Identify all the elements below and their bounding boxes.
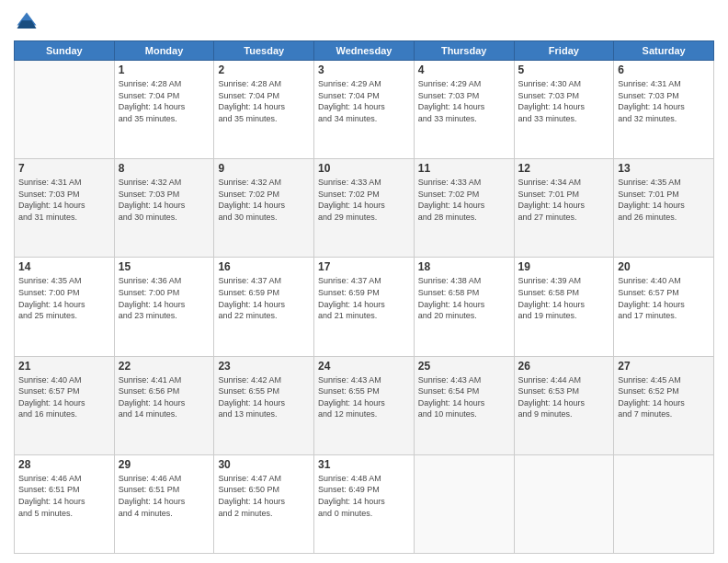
calendar-cell — [514, 454, 614, 553]
calendar-cell: 5Sunrise: 4:30 AMSunset: 7:03 PMDaylight… — [514, 61, 614, 159]
calendar-cell — [614, 454, 714, 553]
day-info: Sunrise: 4:40 AMSunset: 6:57 PMDaylight:… — [618, 275, 710, 321]
calendar-cell: 26Sunrise: 4:44 AMSunset: 6:53 PMDayligh… — [514, 356, 614, 454]
day-number: 15 — [119, 260, 210, 273]
day-number: 31 — [318, 458, 410, 471]
calendar-cell: 23Sunrise: 4:42 AMSunset: 6:55 PMDayligh… — [214, 356, 314, 454]
calendar-cell: 2Sunrise: 4:28 AMSunset: 7:04 PMDaylight… — [214, 61, 314, 159]
calendar-cell: 10Sunrise: 4:33 AMSunset: 7:02 PMDayligh… — [314, 159, 415, 258]
day-number: 19 — [518, 260, 610, 273]
day-info: Sunrise: 4:35 AMSunset: 7:01 PMDaylight:… — [618, 177, 710, 223]
day-info: Sunrise: 4:37 AMSunset: 6:59 PMDaylight:… — [218, 275, 310, 321]
calendar-cell: 15Sunrise: 4:36 AMSunset: 7:00 PMDayligh… — [114, 258, 214, 356]
day-info: Sunrise: 4:46 AMSunset: 6:51 PMDaylight:… — [119, 473, 210, 519]
day-header-saturday: Saturday — [614, 41, 714, 61]
day-info: Sunrise: 4:28 AMSunset: 7:04 PMDaylight:… — [218, 78, 310, 124]
logo-icon — [14, 9, 40, 35]
calendar-cell: 31Sunrise: 4:48 AMSunset: 6:49 PMDayligh… — [314, 454, 415, 553]
day-info: Sunrise: 4:31 AMSunset: 7:03 PMDaylight:… — [18, 177, 110, 223]
calendar-cell: 14Sunrise: 4:35 AMSunset: 7:00 PMDayligh… — [15, 258, 115, 356]
day-header-tuesday: Tuesday — [214, 41, 314, 61]
day-info: Sunrise: 4:43 AMSunset: 6:55 PMDaylight:… — [318, 374, 410, 420]
day-number: 20 — [618, 260, 710, 273]
day-number: 26 — [518, 360, 610, 373]
day-number: 16 — [218, 260, 310, 273]
calendar-cell — [15, 61, 115, 159]
day-number: 24 — [318, 360, 410, 373]
day-number: 22 — [119, 360, 210, 373]
calendar-cell: 29Sunrise: 4:46 AMSunset: 6:51 PMDayligh… — [114, 454, 214, 553]
day-info: Sunrise: 4:33 AMSunset: 7:02 PMDaylight:… — [418, 177, 510, 223]
calendar-cell: 21Sunrise: 4:40 AMSunset: 6:57 PMDayligh… — [15, 356, 115, 454]
day-info: Sunrise: 4:30 AMSunset: 7:03 PMDaylight:… — [518, 78, 610, 124]
day-header-sunday: Sunday — [15, 41, 115, 61]
calendar-header-row: SundayMondayTuesdayWednesdayThursdayFrid… — [15, 41, 714, 61]
day-number: 10 — [318, 162, 410, 175]
day-info: Sunrise: 4:31 AMSunset: 7:03 PMDaylight:… — [618, 78, 710, 124]
calendar-cell: 25Sunrise: 4:43 AMSunset: 6:54 PMDayligh… — [414, 356, 514, 454]
calendar-week-row: 28Sunrise: 4:46 AMSunset: 6:51 PMDayligh… — [15, 454, 714, 553]
calendar-cell: 28Sunrise: 4:46 AMSunset: 6:51 PMDayligh… — [15, 454, 115, 553]
calendar-cell — [414, 454, 514, 553]
day-number: 18 — [418, 260, 510, 273]
calendar-cell: 19Sunrise: 4:39 AMSunset: 6:58 PMDayligh… — [514, 258, 614, 356]
day-info: Sunrise: 4:32 AMSunset: 7:03 PMDaylight:… — [119, 177, 210, 223]
day-number: 14 — [18, 260, 110, 273]
day-number: 7 — [18, 162, 110, 175]
calendar-cell: 11Sunrise: 4:33 AMSunset: 7:02 PMDayligh… — [414, 159, 514, 258]
day-info: Sunrise: 4:33 AMSunset: 7:02 PMDaylight:… — [318, 177, 410, 223]
day-number: 23 — [218, 360, 310, 373]
day-info: Sunrise: 4:35 AMSunset: 7:00 PMDaylight:… — [18, 275, 110, 321]
day-info: Sunrise: 4:44 AMSunset: 6:53 PMDaylight:… — [518, 374, 610, 420]
calendar-cell: 12Sunrise: 4:34 AMSunset: 7:01 PMDayligh… — [514, 159, 614, 258]
calendar-cell: 16Sunrise: 4:37 AMSunset: 6:59 PMDayligh… — [214, 258, 314, 356]
page: SundayMondayTuesdayWednesdayThursdayFrid… — [0, 0, 728, 563]
day-number: 8 — [119, 162, 210, 175]
day-info: Sunrise: 4:32 AMSunset: 7:02 PMDaylight:… — [218, 177, 310, 223]
calendar-cell: 13Sunrise: 4:35 AMSunset: 7:01 PMDayligh… — [614, 159, 714, 258]
day-info: Sunrise: 4:39 AMSunset: 6:58 PMDaylight:… — [518, 275, 610, 321]
day-number: 9 — [218, 162, 310, 175]
calendar-week-row: 21Sunrise: 4:40 AMSunset: 6:57 PMDayligh… — [15, 356, 714, 454]
calendar-week-row: 7Sunrise: 4:31 AMSunset: 7:03 PMDaylight… — [15, 159, 714, 258]
day-number: 13 — [618, 162, 710, 175]
day-number: 17 — [318, 260, 410, 273]
day-info: Sunrise: 4:46 AMSunset: 6:51 PMDaylight:… — [18, 473, 110, 519]
day-info: Sunrise: 4:34 AMSunset: 7:01 PMDaylight:… — [518, 177, 610, 223]
day-header-friday: Friday — [514, 41, 614, 61]
day-number: 29 — [119, 458, 210, 471]
day-number: 25 — [418, 360, 510, 373]
calendar-cell: 4Sunrise: 4:29 AMSunset: 7:03 PMDaylight… — [414, 61, 514, 159]
day-info: Sunrise: 4:47 AMSunset: 6:50 PMDaylight:… — [218, 473, 310, 519]
day-number: 5 — [518, 63, 610, 76]
day-info: Sunrise: 4:37 AMSunset: 6:59 PMDaylight:… — [318, 275, 410, 321]
day-info: Sunrise: 4:41 AMSunset: 6:56 PMDaylight:… — [119, 374, 210, 420]
day-info: Sunrise: 4:38 AMSunset: 6:58 PMDaylight:… — [418, 275, 510, 321]
calendar-cell: 17Sunrise: 4:37 AMSunset: 6:59 PMDayligh… — [314, 258, 415, 356]
day-info: Sunrise: 4:28 AMSunset: 7:04 PMDaylight:… — [119, 78, 210, 124]
day-info: Sunrise: 4:45 AMSunset: 6:52 PMDaylight:… — [618, 374, 710, 420]
calendar-cell: 27Sunrise: 4:45 AMSunset: 6:52 PMDayligh… — [614, 356, 714, 454]
day-number: 3 — [318, 63, 410, 76]
day-number: 21 — [18, 360, 110, 373]
day-number: 2 — [218, 63, 310, 76]
day-info: Sunrise: 4:48 AMSunset: 6:49 PMDaylight:… — [318, 473, 410, 519]
day-number: 30 — [218, 458, 310, 471]
day-number: 27 — [618, 360, 710, 373]
day-number: 4 — [418, 63, 510, 76]
day-number: 28 — [18, 458, 110, 471]
day-info: Sunrise: 4:36 AMSunset: 7:00 PMDaylight:… — [119, 275, 210, 321]
day-info: Sunrise: 4:43 AMSunset: 6:54 PMDaylight:… — [418, 374, 510, 420]
day-info: Sunrise: 4:29 AMSunset: 7:04 PMDaylight:… — [318, 78, 410, 124]
calendar-cell: 3Sunrise: 4:29 AMSunset: 7:04 PMDaylight… — [314, 61, 415, 159]
calendar-cell: 8Sunrise: 4:32 AMSunset: 7:03 PMDaylight… — [114, 159, 214, 258]
calendar-cell: 1Sunrise: 4:28 AMSunset: 7:04 PMDaylight… — [114, 61, 214, 159]
calendar-week-row: 14Sunrise: 4:35 AMSunset: 7:00 PMDayligh… — [15, 258, 714, 356]
header — [14, 9, 714, 35]
day-number: 12 — [518, 162, 610, 175]
day-header-thursday: Thursday — [414, 41, 514, 61]
day-header-monday: Monday — [114, 41, 214, 61]
calendar-cell: 6Sunrise: 4:31 AMSunset: 7:03 PMDaylight… — [614, 61, 714, 159]
calendar-cell: 20Sunrise: 4:40 AMSunset: 6:57 PMDayligh… — [614, 258, 714, 356]
calendar-cell: 9Sunrise: 4:32 AMSunset: 7:02 PMDaylight… — [214, 159, 314, 258]
